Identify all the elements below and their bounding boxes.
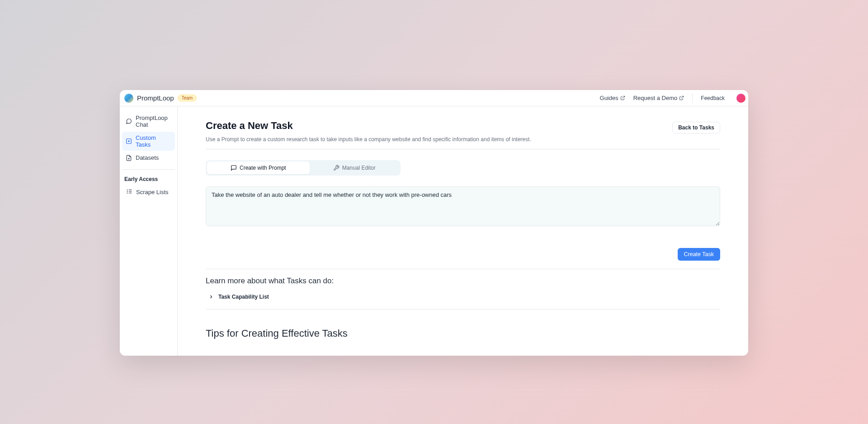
sidebar-item-label: Datasets	[136, 154, 159, 161]
guides-label: Guides	[600, 95, 618, 101]
sidebar: PromptLoop Chat Custom Tasks Datasets Ea…	[120, 106, 178, 356]
app-window: PromptLoop Team Guides Request a Demo Fe…	[120, 90, 748, 356]
capability-list-label: Task Capability List	[218, 294, 269, 300]
tab-label: Create with Prompt	[240, 165, 286, 171]
sidebar-main-section: PromptLoop Chat Custom Tasks Datasets	[120, 112, 177, 165]
list-check-icon	[126, 188, 132, 196]
file-icon	[126, 155, 132, 161]
body: PromptLoop Chat Custom Tasks Datasets Ea…	[120, 106, 748, 356]
guides-link[interactable]: Guides	[600, 95, 625, 101]
back-to-tasks-button[interactable]: Back to Tasks	[672, 122, 720, 133]
tips-title: Tips for Creating Effective Tasks	[206, 328, 720, 339]
tool-icon	[333, 165, 340, 171]
learn-more-title: Learn more about what Tasks can do:	[206, 276, 720, 286]
divider	[206, 149, 720, 149]
action-row: Create Task	[206, 248, 720, 261]
header-right: Guides Request a Demo Feedback	[600, 93, 743, 103]
chat-icon	[126, 118, 132, 124]
feedback-button[interactable]: Feedback	[692, 93, 728, 103]
header-left: PromptLoop Team	[124, 94, 197, 103]
divider	[206, 309, 720, 310]
request-demo-link[interactable]: Request a Demo	[633, 95, 684, 101]
sidebar-item-label: PromptLoop Chat	[136, 114, 171, 128]
prompt-textarea[interactable]: Take the website of an auto dealer and t…	[206, 186, 720, 226]
tab-manual-editor[interactable]: Manual Editor	[310, 162, 399, 174]
main-content: Create a New Task Back to Tasks Use a Pr…	[178, 106, 748, 356]
sidebar-divider	[122, 169, 175, 170]
logo-icon	[124, 94, 133, 103]
sidebar-item-label: Custom Tasks	[136, 134, 171, 148]
avatar[interactable]	[736, 94, 745, 103]
external-link-icon	[679, 95, 684, 100]
plus-square-icon	[126, 138, 132, 144]
external-link-icon	[620, 95, 625, 100]
tabs: Create with Prompt Manual Editor	[206, 160, 401, 176]
divider	[206, 269, 720, 269]
task-capability-list-toggle[interactable]: Task Capability List	[206, 292, 720, 302]
sidebar-item-custom-tasks[interactable]: Custom Tasks	[122, 132, 175, 151]
early-access-heading: Early Access	[120, 174, 177, 186]
sidebar-item-datasets[interactable]: Datasets	[122, 152, 175, 164]
header: PromptLoop Team Guides Request a Demo Fe…	[120, 90, 748, 106]
tab-create-with-prompt[interactable]: Create with Prompt	[207, 162, 310, 174]
page-title: Create a New Task	[206, 120, 293, 132]
sidebar-item-chat[interactable]: PromptLoop Chat	[122, 112, 175, 131]
sidebar-item-scrape-lists[interactable]: Scrape Lists	[120, 186, 177, 198]
page-header: Create a New Task Back to Tasks	[206, 120, 720, 133]
page-subtitle: Use a Prompt to create a custom research…	[206, 136, 720, 143]
message-square-icon	[231, 165, 237, 171]
sidebar-item-label: Scrape Lists	[136, 189, 169, 195]
brand-name: PromptLoop	[137, 94, 174, 102]
create-task-button[interactable]: Create Task	[678, 248, 720, 261]
request-demo-label: Request a Demo	[633, 95, 678, 101]
team-badge: Team	[178, 95, 197, 101]
tab-label: Manual Editor	[342, 165, 376, 171]
chevron-right-icon	[208, 294, 214, 300]
